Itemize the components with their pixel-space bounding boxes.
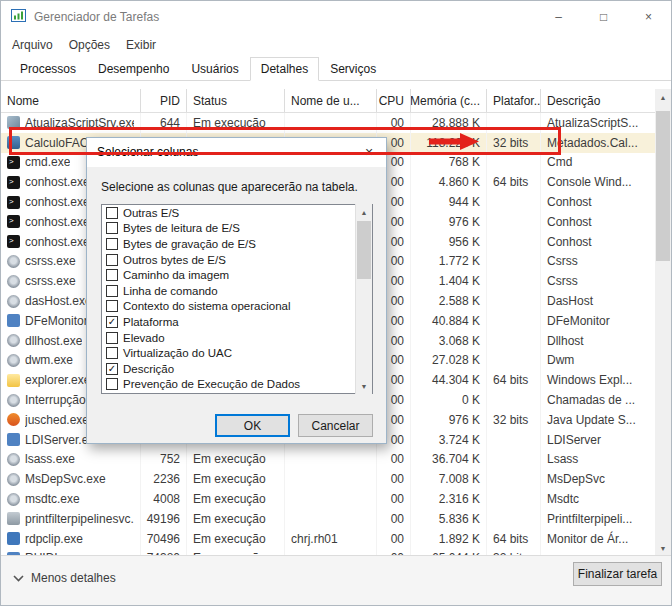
scroll-thumb[interactable] <box>656 111 670 261</box>
checkbox-unchecked-icon[interactable] <box>106 347 118 359</box>
checkbox-unchecked-icon[interactable] <box>106 300 118 312</box>
process-name: csrss.exe <box>25 254 76 268</box>
close-button[interactable]: × <box>626 1 671 32</box>
table-scrollbar[interactable]: ▲ ▼ <box>655 89 671 557</box>
checkbox-unchecked-icon[interactable] <box>106 285 118 297</box>
cell-memory: 2.588 K <box>411 291 487 311</box>
menu-item-exibir[interactable]: Exibir <box>118 34 164 56</box>
scroll-up-icon[interactable]: ▲ <box>655 89 671 106</box>
cancel-button[interactable]: Cancelar <box>298 414 373 437</box>
java-icon <box>7 413 20 426</box>
column-header-desc[interactable]: Descrição <box>541 89 657 112</box>
column-option[interactable]: Linha de comando <box>102 283 372 299</box>
dialog-close-icon[interactable]: × <box>352 138 386 167</box>
cell-platform: 64 bits <box>487 529 541 549</box>
table-row[interactable]: lsass.exe752Em execução0036.704 KLsass <box>1 450 657 470</box>
minimize-button[interactable]: – <box>536 1 581 32</box>
column-option[interactable]: Outras E/S <box>102 205 372 221</box>
end-task-button[interactable]: Finalizar tarefa <box>573 562 662 586</box>
cell-platform <box>487 469 541 489</box>
script-icon <box>7 116 20 129</box>
tab-processos[interactable]: Processos <box>9 57 87 81</box>
folder-icon <box>7 374 20 387</box>
cell-user-name <box>285 509 377 529</box>
menu-item-opções[interactable]: Opções <box>61 34 118 56</box>
cell-platform <box>487 271 541 291</box>
column-header-plat[interactable]: Platafor... <box>487 89 541 112</box>
cell-memory: 3.068 K <box>411 331 487 351</box>
column-option[interactable]: Virtualização do UAC <box>102 345 372 361</box>
column-option[interactable]: ✓Descrição <box>102 361 372 377</box>
fewer-details-toggle[interactable]: Menos detalhes <box>13 571 116 585</box>
cell-user-name <box>285 113 377 133</box>
checkbox-unchecked-icon[interactable] <box>106 378 118 390</box>
cell-platform: 32 bits <box>487 410 541 430</box>
checkbox-unchecked-icon[interactable] <box>106 254 118 266</box>
table-row[interactable]: printfilterpipelinesvc...49196Em execuçã… <box>1 509 657 529</box>
gear-icon <box>7 354 20 367</box>
list-scroll-up-icon[interactable]: ▲ <box>356 204 372 220</box>
cell-description: Chamadas de ... <box>541 390 657 410</box>
tab-serviços[interactable]: Serviços <box>319 57 387 81</box>
gear-icon <box>7 295 20 308</box>
table-row[interactable]: msdtc.exe4008Em execução002.316 KMsdtc <box>1 489 657 509</box>
tab-detalhes[interactable]: Detalhes <box>250 57 319 81</box>
list-scroll-down-icon[interactable]: ▼ <box>356 378 372 394</box>
cell-memory: 28.888 K <box>411 113 487 133</box>
tab-usuários[interactable]: Usuários <box>180 57 249 81</box>
column-list-scrollbar[interactable]: ▲ ▼ <box>355 204 372 394</box>
column-option[interactable]: Outros bytes de E/S <box>102 252 372 268</box>
tab-bar: ProcessosDesempenhoUsuáriosDetalhesServi… <box>1 57 671 81</box>
column-option[interactable]: Elevado <box>102 330 372 346</box>
column-option[interactable]: Bytes de gravação de E/S <box>102 236 372 252</box>
task-manager-icon <box>11 8 26 26</box>
cell-cpu: 00 <box>377 450 411 470</box>
rdp-icon <box>7 532 20 545</box>
menu-bar: ArquivoOpçõesExibir <box>1 32 671 57</box>
gear-icon <box>7 473 20 486</box>
column-option-label: Prevenção de Execução de Dados <box>123 378 300 390</box>
process-name: explorer.exe <box>25 373 90 387</box>
column-header-cpu[interactable]: CPU <box>377 89 411 112</box>
column-option-label: Elevado <box>123 332 165 344</box>
table-row[interactable]: AtualizaScriptSrv.exe644Em execução0028.… <box>1 113 657 133</box>
cell-memory: 1.892 K <box>411 529 487 549</box>
cell-platform <box>487 450 541 470</box>
checkbox-checked-icon[interactable]: ✓ <box>106 316 118 328</box>
tab-desempenho[interactable]: Desempenho <box>87 57 180 81</box>
process-name: msdtc.exe <box>25 492 80 506</box>
gear-icon <box>7 275 20 288</box>
menu-item-arquivo[interactable]: Arquivo <box>4 34 61 56</box>
cell-name: AtualizaScriptSrv.exe <box>1 113 141 133</box>
checkbox-checked-icon[interactable]: ✓ <box>106 363 118 375</box>
checkbox-unchecked-icon[interactable] <box>106 332 118 344</box>
column-header-user[interactable]: Nome de u... <box>285 89 377 112</box>
column-header-status[interactable]: Status <box>187 89 285 112</box>
cell-memory: 1.404 K <box>411 271 487 291</box>
table-row[interactable]: MsDepSvc.exe2236Em execução007.008 KMsDe… <box>1 469 657 489</box>
cell-status: Em execução <box>187 509 285 529</box>
cell-name: msdtc.exe <box>1 489 141 509</box>
checkbox-unchecked-icon[interactable] <box>106 269 118 281</box>
column-option[interactable]: Contexto do sistema operacional <box>102 299 372 315</box>
select-columns-dialog: Selecionar colunas × Selecione as coluna… <box>86 137 387 444</box>
window-title: Gerenciador de Tarefas <box>34 10 159 24</box>
checkbox-unchecked-icon[interactable] <box>106 238 118 250</box>
cell-description: AtualizaScriptS... <box>541 113 657 133</box>
column-option[interactable]: ✓Plataforma <box>102 314 372 330</box>
cell-platform <box>487 489 541 509</box>
cell-name: printfilterpipelinesvc... <box>1 509 141 529</box>
maximize-button[interactable]: □ <box>581 1 626 32</box>
column-option[interactable]: Caminho da imagem <box>102 267 372 283</box>
column-option[interactable]: Bytes de leitura de E/S <box>102 221 372 237</box>
column-header-name[interactable]: Nome <box>1 89 141 112</box>
column-header-mem[interactable]: Memória (c... <box>411 89 487 112</box>
table-row[interactable]: rdpclip.exe70496Em execuçãochrj.rh01001.… <box>1 529 657 549</box>
checkbox-unchecked-icon[interactable] <box>106 222 118 234</box>
checkbox-unchecked-icon[interactable] <box>106 207 118 219</box>
ok-button[interactable]: OK <box>215 414 290 437</box>
column-header-pid[interactable]: PID <box>141 89 187 112</box>
list-scroll-thumb[interactable] <box>357 221 371 279</box>
column-option-label: Bytes de gravação de E/S <box>123 238 256 250</box>
column-option[interactable]: Prevenção de Execução de Dados <box>102 377 372 393</box>
